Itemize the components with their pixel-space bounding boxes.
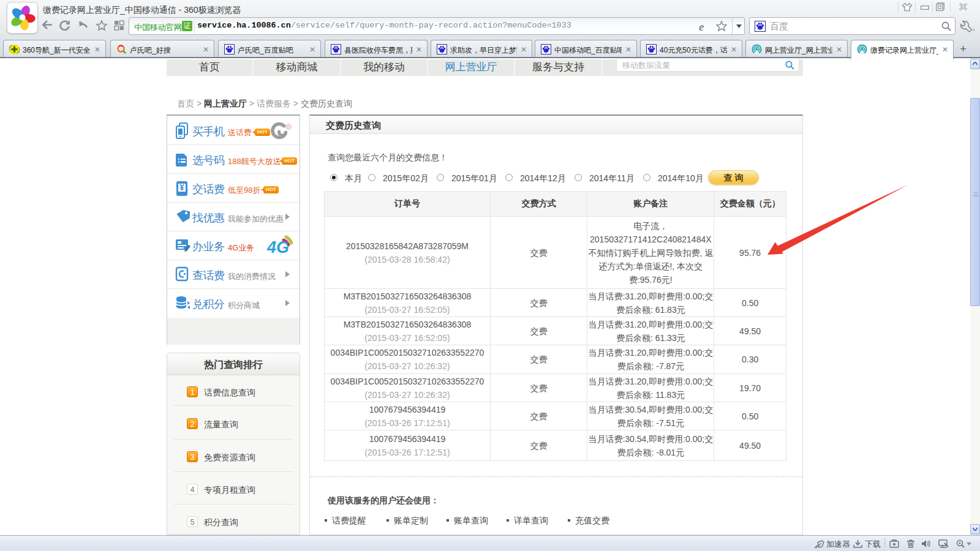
svg-text:4G: 4G xyxy=(267,238,289,256)
svg-text:R: R xyxy=(287,125,290,129)
